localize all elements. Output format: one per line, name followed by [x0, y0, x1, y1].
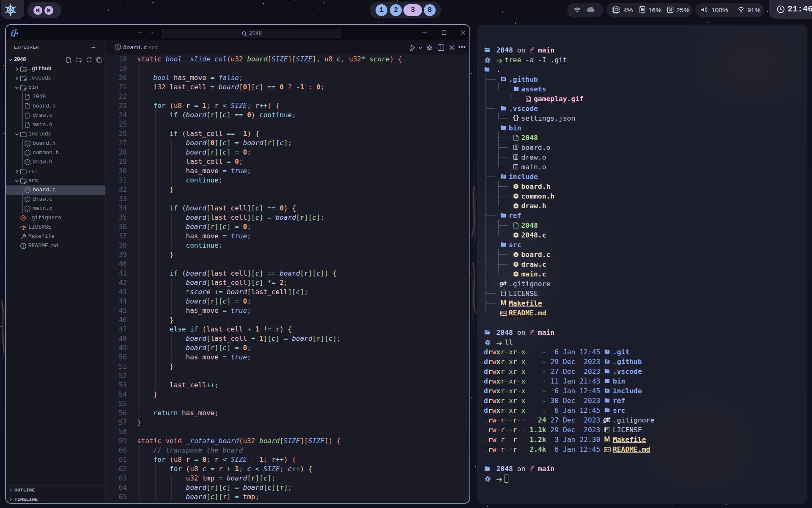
- svg-text:H: H: [27, 160, 29, 164]
- svg-text:H: H: [27, 151, 29, 155]
- svg-text:C: C: [27, 198, 29, 202]
- svg-text:C: C: [117, 46, 119, 50]
- svg-text:C: C: [515, 252, 517, 256]
- svg-text:C: C: [27, 188, 29, 192]
- svg-text:C: C: [27, 207, 29, 211]
- svg-text:10: 10: [515, 167, 517, 169]
- svg-text:10: 10: [515, 147, 517, 149]
- svg-text:C: C: [515, 233, 517, 237]
- svg-text:C: C: [515, 184, 517, 188]
- svg-text:01: 01: [515, 145, 517, 147]
- svg-text:C: C: [515, 204, 517, 207]
- svg-text:C: C: [515, 194, 517, 198]
- svg-text:C: C: [515, 272, 517, 276]
- svg-text:01: 01: [515, 155, 517, 157]
- svg-text:H: H: [27, 142, 29, 146]
- svg-text:C: C: [515, 262, 517, 266]
- svg-text:01: 01: [515, 165, 517, 167]
- svg-text:10: 10: [515, 157, 517, 159]
- svg-text:{/}: {/}: [24, 181, 27, 184]
